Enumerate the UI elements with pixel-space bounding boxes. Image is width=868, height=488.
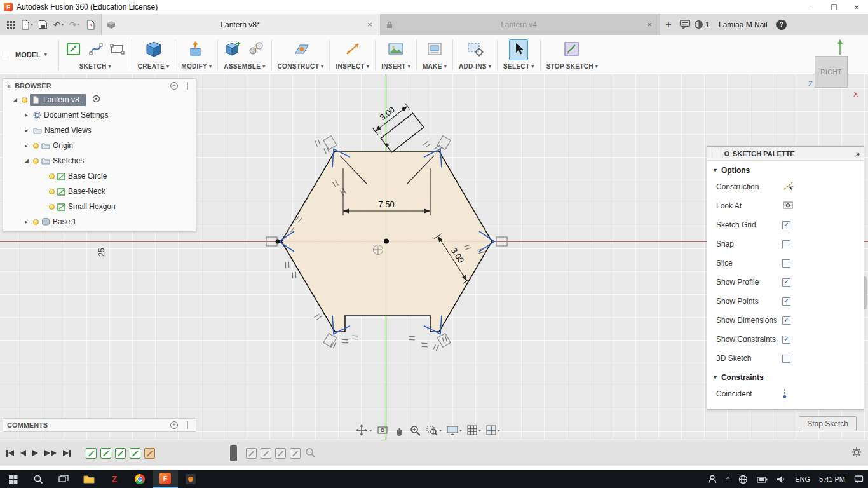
activate-target-icon[interactable] bbox=[92, 95, 100, 105]
stop-sketch-button[interactable]: Stop Sketch bbox=[799, 416, 857, 431]
viewports-icon[interactable]: ▾ bbox=[484, 423, 501, 437]
close-tab-icon[interactable]: × bbox=[365, 20, 375, 29]
timeline-search-feature-icon[interactable] bbox=[304, 447, 316, 460]
close-tab-icon[interactable]: × bbox=[644, 20, 654, 29]
export-icon[interactable] bbox=[83, 17, 97, 33]
measure-icon[interactable] bbox=[344, 41, 362, 59]
browser-item-sketches[interactable]: ◢ Sketches bbox=[3, 153, 196, 168]
visibility-bulb-icon[interactable] bbox=[49, 173, 55, 179]
palette-row-look-at[interactable]: Look At bbox=[707, 196, 864, 215]
browser-item-small-hexgon[interactable]: Small Hexgon bbox=[3, 199, 196, 214]
show-dimensions-checkbox[interactable] bbox=[782, 316, 790, 325]
browser-item-base-circle[interactable]: Base Circle bbox=[3, 168, 196, 184]
pan-hand-icon[interactable] bbox=[392, 423, 406, 437]
clock[interactable]: 5:41 PM bbox=[815, 470, 850, 488]
document-tab-inactive[interactable]: Lantern v4 × bbox=[381, 14, 660, 35]
battery-icon[interactable] bbox=[752, 470, 772, 488]
expand-arrow-icon[interactable]: ▸ bbox=[22, 219, 31, 225]
palette-row-coincident[interactable]: Coincident bbox=[707, 384, 864, 403]
select-cursor-icon[interactable] bbox=[509, 39, 528, 60]
volume-icon[interactable] bbox=[772, 470, 790, 488]
step-forward-icon[interactable] bbox=[44, 450, 57, 456]
make-3d-print-icon[interactable] bbox=[426, 41, 444, 59]
sketch-point[interactable] bbox=[386, 144, 389, 147]
move-gizmo-icon[interactable] bbox=[374, 245, 383, 255]
undo-icon[interactable]: ↶▾ bbox=[51, 17, 65, 33]
stop-sketch-icon[interactable] bbox=[563, 41, 581, 59]
language-indicator[interactable]: ENG bbox=[790, 470, 815, 488]
visibility-bulb-icon[interactable] bbox=[33, 219, 39, 225]
file-explorer-icon[interactable] bbox=[76, 470, 102, 488]
neck-rectangle[interactable]: 3.00 bbox=[368, 97, 423, 152]
timeline-sketch-feature-icon[interactable] bbox=[86, 448, 97, 459]
show-points-checkbox[interactable] bbox=[782, 297, 790, 306]
skip-to-start-icon[interactable] bbox=[6, 450, 14, 457]
show-hidden-icons-chevron[interactable]: ^ bbox=[722, 470, 734, 488]
workspace-selector[interactable]: MODEL▾ bbox=[10, 35, 58, 74]
visibility-bulb-icon[interactable] bbox=[22, 97, 27, 103]
rectangle-tool-icon[interactable] bbox=[109, 41, 126, 58]
visibility-bulb-icon[interactable] bbox=[49, 204, 55, 210]
create-sketch-icon[interactable] bbox=[65, 40, 83, 60]
construction-plane-icon[interactable] bbox=[292, 41, 309, 59]
browser-item-root[interactable]: ◢ Lantern v8 bbox=[3, 92, 196, 107]
create-form-icon[interactable] bbox=[145, 40, 163, 60]
sketch-point[interactable] bbox=[276, 240, 280, 244]
timeline-sketch-feature-icon[interactable] bbox=[130, 448, 140, 459]
constraints-section-header[interactable]: ▼Constraints bbox=[707, 368, 864, 384]
look-at-icon[interactable] bbox=[375, 423, 390, 437]
show-constraints-checkbox[interactable] bbox=[782, 336, 790, 344]
people-icon[interactable] bbox=[703, 470, 722, 488]
task-view-icon[interactable] bbox=[51, 470, 76, 488]
palette-row-sketch-grid[interactable]: Sketch Grid bbox=[707, 215, 864, 234]
skip-to-end-icon[interactable] bbox=[63, 450, 71, 457]
scripts-addins-icon[interactable] bbox=[466, 41, 484, 59]
user-name[interactable]: Lamiaa M Nail bbox=[710, 14, 776, 35]
spline-tool-icon[interactable] bbox=[88, 41, 104, 59]
expand-arrow-icon[interactable]: ▸ bbox=[22, 142, 31, 149]
timeline-suppressed-feature-icon[interactable] bbox=[275, 448, 286, 459]
job-status-indicator[interactable]: 1 bbox=[693, 14, 710, 35]
visibility-bulb-icon[interactable] bbox=[49, 189, 55, 194]
save-icon[interactable] bbox=[36, 17, 50, 33]
taskbar-search-icon[interactable] bbox=[25, 470, 51, 488]
orbit-icon[interactable]: ▾ bbox=[353, 423, 373, 438]
palette-row-construction[interactable]: Construction bbox=[707, 177, 864, 196]
origin-point[interactable] bbox=[384, 239, 389, 244]
palette-row-show-points[interactable]: Show Points bbox=[707, 292, 864, 311]
look-at-icon[interactable] bbox=[782, 200, 795, 212]
browser-item-origin[interactable]: ▸ Origin bbox=[3, 138, 196, 153]
network-icon[interactable] bbox=[734, 470, 752, 488]
document-tab-active[interactable]: Lantern v8* × bbox=[101, 14, 381, 35]
new-component-icon[interactable] bbox=[224, 40, 242, 60]
app-icon[interactable] bbox=[178, 470, 203, 488]
view-cube-face[interactable]: RIGHT bbox=[815, 56, 848, 88]
expand-arrow-icon[interactable]: ◢ bbox=[22, 158, 31, 164]
file-menu-icon[interactable]: ▾ bbox=[20, 17, 34, 33]
expand-arrow-icon[interactable]: ▸ bbox=[22, 127, 31, 133]
palette-row-snap[interactable]: Snap bbox=[707, 234, 864, 254]
timeline-suppressed-feature-icon[interactable] bbox=[290, 448, 301, 459]
minimize-button[interactable]: – bbox=[799, 0, 822, 14]
dimension-left[interactable]: 25 bbox=[97, 248, 106, 257]
app-grid-icon[interactable] bbox=[4, 17, 18, 33]
panel-grip[interactable] bbox=[715, 150, 717, 158]
zotero-app-icon[interactable]: Z bbox=[102, 470, 127, 488]
options-section-header[interactable]: ▼Options bbox=[707, 161, 864, 177]
display-settings-icon[interactable]: ▾ bbox=[445, 423, 463, 437]
comments-icon[interactable] bbox=[677, 14, 693, 35]
dimension-neck[interactable]: 3.00 bbox=[378, 105, 397, 122]
redo-icon[interactable]: ↷▾ bbox=[67, 17, 81, 33]
collapse-all-icon[interactable]: − bbox=[170, 82, 178, 90]
coincident-constraint-icon[interactable] bbox=[782, 388, 794, 401]
panel-grip[interactable] bbox=[186, 421, 188, 429]
grid-settings-icon[interactable]: ▾ bbox=[465, 423, 482, 437]
add-comment-icon[interactable]: + bbox=[170, 421, 178, 429]
play-icon[interactable] bbox=[32, 450, 38, 456]
snap-checkbox[interactable] bbox=[782, 240, 790, 248]
new-tab-button[interactable]: + bbox=[660, 14, 677, 35]
browser-item-named-views[interactable]: ▸ Named Views bbox=[3, 123, 196, 138]
panel-grip[interactable] bbox=[186, 82, 188, 90]
close-button[interactable]: × bbox=[845, 0, 868, 14]
joint-icon[interactable] bbox=[248, 41, 264, 59]
